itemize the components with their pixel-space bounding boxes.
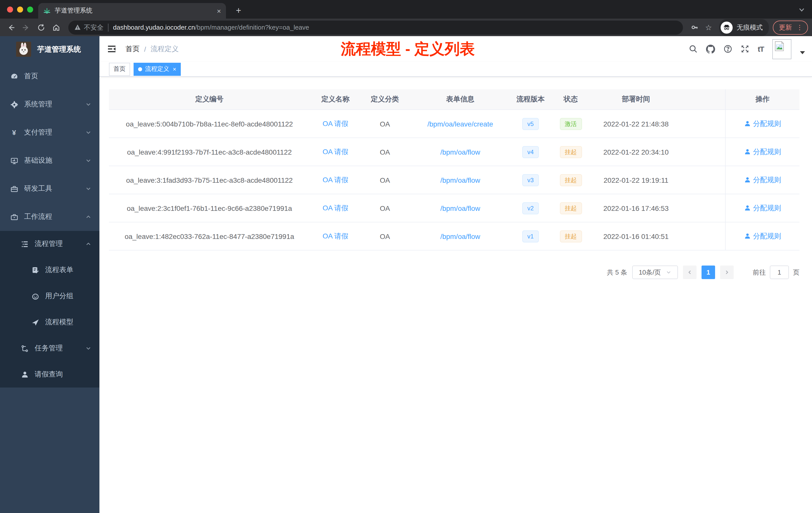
dashboard-icon [10, 72, 18, 80]
saved-password-key-icon[interactable] [688, 21, 701, 34]
home-button[interactable] [49, 20, 63, 34]
assign-rule-link[interactable]: 分配规则 [744, 175, 781, 184]
form-link[interactable]: /bpm/oa/flow [440, 232, 480, 240]
deploy-time: 2022-01-22 20:34:10 [592, 148, 680, 156]
goto-page-input[interactable] [770, 266, 789, 279]
col-header-version: 流程版本 [512, 95, 549, 104]
form-edit-icon [31, 266, 39, 274]
col-header-action: 操作 [725, 89, 800, 110]
definition-category: OA [361, 204, 409, 212]
assign-rule-link[interactable]: 分配规则 [744, 232, 781, 241]
user-avatar-broken-image[interactable] [772, 39, 791, 59]
user-icon [21, 371, 29, 378]
user-icon [744, 233, 751, 239]
form-link[interactable]: /bpm/oa/flow [440, 176, 480, 184]
sidebar-item-home[interactable]: 首页 [0, 62, 99, 90]
goto-label: 前往 [753, 268, 766, 277]
deploy-time: 2022-01-22 21:48:38 [592, 120, 680, 128]
breadcrumb-home[interactable]: 首页 [125, 44, 140, 54]
sidebar-item-system[interactable]: 系统管理 [0, 90, 99, 118]
toolbox-icon [10, 185, 18, 192]
page-size-select[interactable]: 10条/页 [632, 266, 678, 279]
fullscreen-icon[interactable] [741, 45, 749, 53]
tab-close-icon[interactable]: × [217, 7, 221, 14]
tab-search-caret-icon[interactable] [799, 6, 805, 15]
incognito-label: 无痕模式 [737, 23, 763, 32]
sidebar-logo[interactable]: 芋道管理系统 [0, 36, 99, 62]
sidebar-item-process-management[interactable]: 流程管理 [0, 231, 99, 257]
chevron-down-icon [666, 270, 671, 275]
definition-name-link[interactable]: OA 请假 [323, 119, 348, 127]
app-title: 芋道管理系统 [37, 44, 81, 54]
back-button[interactable] [4, 20, 18, 34]
sidebar-item-workflow[interactable]: 工作流程 [0, 203, 99, 231]
definition-name-link[interactable]: OA 请假 [323, 204, 348, 212]
tag-process-definition[interactable]: 流程定义 × [134, 62, 181, 76]
definition-name-link[interactable]: OA 请假 [323, 175, 348, 183]
definition-category: OA [361, 232, 409, 240]
browser-menu-icon[interactable]: ⋮ [796, 24, 803, 31]
sidebar-item-leave-query[interactable]: 请假查询 [0, 361, 99, 388]
breadcrumb: 首页 / 流程定义 [125, 44, 179, 54]
close-window-button[interactable] [7, 6, 13, 12]
browser-tab[interactable]: 芋道管理系统 × [38, 3, 226, 19]
reload-button[interactable] [34, 20, 48, 34]
workflow-submenu: 流程管理 流程表单 用户分组 [0, 231, 99, 388]
sidebar-item-dev-tools[interactable]: 研发工具 [0, 175, 99, 203]
minimize-window-button[interactable] [17, 6, 23, 12]
next-page-button[interactable] [720, 266, 734, 279]
sidebar-fold-icon[interactable] [104, 41, 119, 57]
tag-close-icon[interactable]: × [173, 66, 176, 72]
yen-icon: ¥ [10, 128, 18, 137]
assign-rule-link[interactable]: 分配规则 [744, 204, 781, 213]
table-row: oa_leave:5:004b710b-7b8a-11ec-8ef0-acde4… [109, 110, 800, 138]
status-badge: 挂起 [560, 230, 582, 242]
macos-traffic-lights [7, 6, 33, 12]
chevron-down-icon [85, 345, 91, 351]
help-icon[interactable] [724, 45, 732, 53]
url-bar[interactable]: 不安全 dashboard.yudao.iocoder.cn/bpm/manag… [68, 20, 683, 34]
new-tab-button[interactable]: + [232, 4, 245, 17]
version-tag: v3 [522, 174, 539, 186]
assign-rule-link[interactable]: 分配规则 [744, 147, 781, 156]
sidebar: 芋道管理系统 首页 系统管理 ¥ [0, 36, 99, 513]
form-link[interactable]: /bpm/oa/flow [440, 204, 480, 212]
form-link[interactable]: /bpm/oa/flow [440, 148, 480, 156]
main-area: 首页 / 流程定义 流程模型 - 定义列表 [99, 36, 812, 513]
avatar-caret-icon[interactable] [800, 51, 805, 54]
sidebar-item-user-groups[interactable]: 用户分组 [0, 283, 99, 309]
page-number-current[interactable]: 1 [701, 266, 715, 279]
col-header-name: 定义名称 [310, 95, 361, 104]
zoom-window-button[interactable] [27, 6, 33, 12]
chevron-up-icon [85, 214, 91, 220]
prev-page-button[interactable] [683, 266, 696, 279]
assign-rule-link[interactable]: 分配规则 [744, 119, 781, 128]
bookmark-star-icon[interactable]: ☆ [702, 21, 715, 34]
url-divider [108, 23, 109, 31]
sidebar-item-payment[interactable]: ¥ 支付管理 [0, 118, 99, 147]
definition-category: OA [361, 120, 409, 128]
table-header-row: 定义编号 定义名称 定义分类 表单信息 流程版本 状态 部署时间 操作 [109, 89, 800, 110]
sidebar-item-process-model[interactable]: 流程模型 [0, 309, 99, 335]
sidebar-item-infrastructure[interactable]: 基础设施 [0, 147, 99, 175]
sidebar-item-process-form[interactable]: 流程表单 [0, 257, 99, 283]
chevron-down-icon [85, 158, 91, 163]
definition-name-link[interactable]: OA 请假 [323, 147, 348, 155]
tags-view-bar: 首页 流程定义 × [99, 62, 812, 77]
chrome-update-button[interactable]: 更新 ⋮ [773, 20, 808, 34]
app-navbar: 首页 / 流程定义 流程模型 - 定义列表 [99, 36, 812, 62]
breadcrumb-current: 流程定义 [151, 44, 179, 54]
github-icon[interactable] [706, 44, 715, 54]
search-icon[interactable] [689, 45, 697, 53]
font-size-icon[interactable]: tT [758, 45, 764, 53]
tag-home[interactable]: 首页 [109, 62, 130, 76]
not-secure-label[interactable]: 不安全 [84, 23, 104, 32]
table-row: oa_leave:1:482ec033-762a-11ec-8477-a2380… [109, 222, 800, 250]
forward-button[interactable] [19, 20, 33, 34]
tree-list-icon [21, 240, 29, 248]
form-link[interactable]: /bpm/oa/leave/create [427, 120, 493, 128]
sidebar-item-task-management[interactable]: 任务管理 [0, 335, 99, 361]
definition-name-link[interactable]: OA 请假 [323, 232, 348, 240]
favicon-sprout-icon [43, 7, 51, 14]
col-header-id: 定义编号 [109, 95, 310, 104]
